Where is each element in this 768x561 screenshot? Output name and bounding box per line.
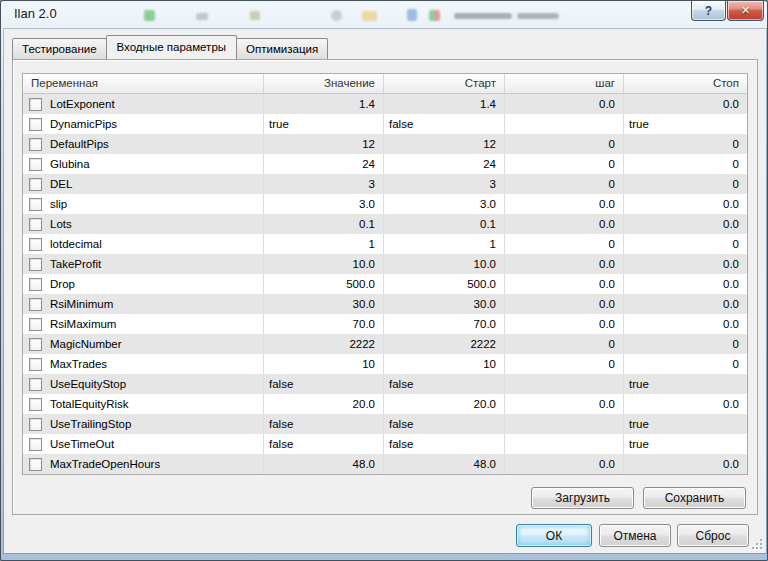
table-row[interactable]: UseEquityStopfalsefalsetrue [23,374,747,394]
param-value[interactable]: 2222 [264,334,384,354]
row-checkbox[interactable] [29,178,42,191]
param-stop[interactable]: 0.0 [624,194,747,214]
row-checkbox[interactable] [29,398,42,411]
param-step[interactable]: 0 [505,134,624,154]
row-checkbox[interactable] [29,258,42,271]
load-button[interactable]: Загрузить [531,487,634,509]
table-row[interactable]: RsiMinimum30.030.00.00.0 [23,294,747,314]
row-checkbox[interactable] [29,218,42,231]
param-value[interactable]: 500.0 [264,274,384,294]
table-row[interactable]: lotdecimal1100 [23,234,747,254]
param-stop[interactable]: 0 [624,334,747,354]
param-step[interactable]: 0.0 [505,314,624,334]
table-row[interactable]: slip3.03.00.00.0 [23,194,747,214]
param-start[interactable]: 3 [384,174,505,194]
row-checkbox[interactable] [29,338,42,351]
column-header[interactable]: Стоп [624,74,747,93]
param-step[interactable]: 0.0 [505,294,624,314]
column-header[interactable]: Переменная [23,74,264,93]
param-value[interactable]: false [264,434,384,454]
param-value[interactable]: 3 [264,174,384,194]
param-stop[interactable]: true [624,114,747,134]
row-checkbox[interactable] [29,378,42,391]
param-start[interactable]: false [384,434,505,454]
param-step[interactable] [505,374,624,394]
param-step[interactable]: 0.0 [505,394,624,414]
param-stop[interactable]: 0.0 [624,274,747,294]
param-start[interactable]: 10 [384,354,505,374]
param-start[interactable]: false [384,114,505,134]
param-stop[interactable]: 0.0 [624,94,747,114]
table-row[interactable]: Glubina242400 [23,154,747,174]
param-stop[interactable]: 0 [624,234,747,254]
param-stop[interactable]: true [624,434,747,454]
param-value[interactable]: 3.0 [264,194,384,214]
param-step[interactable]: 0.0 [505,194,624,214]
param-start[interactable]: 0.1 [384,214,505,234]
row-checkbox[interactable] [29,238,42,251]
param-stop[interactable]: 0.0 [624,394,747,414]
param-stop[interactable]: 0.0 [624,314,747,334]
param-start[interactable]: 3.0 [384,194,505,214]
table-row[interactable]: Drop500.0500.00.00.0 [23,274,747,294]
column-header[interactable]: Значение [264,74,384,93]
reset-button[interactable]: Сброс [677,524,749,547]
table-row[interactable]: MagicNumber2222222200 [23,334,747,354]
row-checkbox[interactable] [29,138,42,151]
cancel-button[interactable]: Отмена [599,524,671,547]
resize-grip[interactable] [750,537,763,550]
table-row[interactable]: LotExponent1.41.40.00.0 [23,94,747,114]
row-checkbox[interactable] [29,98,42,111]
param-start[interactable]: 20.0 [384,394,505,414]
param-stop[interactable]: 0 [624,154,747,174]
table-row[interactable]: DefaultPips121200 [23,134,747,154]
row-checkbox[interactable] [29,158,42,171]
table-row[interactable]: DynamicPipstruefalsetrue [23,114,747,134]
row-checkbox[interactable] [29,278,42,291]
param-value[interactable]: 48.0 [264,454,384,474]
param-start[interactable]: 24 [384,154,505,174]
help-button[interactable]: ? [691,1,726,21]
row-checkbox[interactable] [29,298,42,311]
param-value[interactable]: 12 [264,134,384,154]
param-stop[interactable]: true [624,414,747,434]
param-value[interactable]: 0.1 [264,214,384,234]
param-start[interactable]: 12 [384,134,505,154]
param-start[interactable]: 30.0 [384,294,505,314]
param-stop[interactable]: 0.0 [624,254,747,274]
param-start[interactable]: 500.0 [384,274,505,294]
param-step[interactable]: 0.0 [505,454,624,474]
tab-optimization[interactable]: Оптимизация [236,38,328,59]
param-step[interactable] [505,434,624,454]
param-value[interactable]: false [264,414,384,434]
ok-button[interactable]: ОК [516,524,592,547]
table-row[interactable]: UseTimeOutfalsefalsetrue [23,434,747,454]
table-row[interactable]: UseTrailingStopfalsefalsetrue [23,414,747,434]
row-checkbox[interactable] [29,438,42,451]
param-step[interactable] [505,414,624,434]
param-step[interactable]: 0 [505,354,624,374]
column-header[interactable]: шаг [505,74,624,93]
param-start[interactable]: false [384,374,505,394]
param-step[interactable]: 0.0 [505,94,624,114]
tab-input-parameters[interactable]: Входные параметры [106,35,238,59]
save-button[interactable]: Сохранить [643,487,746,509]
param-step[interactable]: 0 [505,334,624,354]
param-stop[interactable]: true [624,374,747,394]
param-step[interactable]: 0.0 [505,214,624,234]
table-row[interactable]: RsiMaximum70.070.00.00.0 [23,314,747,334]
param-stop[interactable]: 0 [624,134,747,154]
table-row[interactable]: TakeProfit10.010.00.00.0 [23,254,747,274]
table-row[interactable]: MaxTrades101000 [23,354,747,374]
table-row[interactable]: TotalEquityRisk20.020.00.00.0 [23,394,747,414]
param-stop[interactable]: 0.0 [624,294,747,314]
param-step[interactable]: 0 [505,234,624,254]
param-step[interactable]: 0 [505,174,624,194]
param-value[interactable]: 24 [264,154,384,174]
tab-testing[interactable]: Тестирование [12,38,107,59]
param-start[interactable]: 70.0 [384,314,505,334]
param-step[interactable]: 0 [505,154,624,174]
param-step[interactable]: 0.0 [505,254,624,274]
param-start[interactable]: 1.4 [384,94,505,114]
row-checkbox[interactable] [29,318,42,331]
